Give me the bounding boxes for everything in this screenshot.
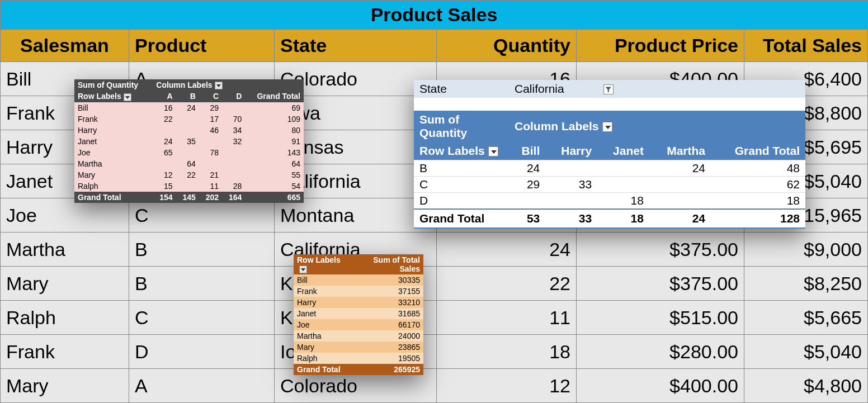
cell-product[interactable]: A	[129, 369, 275, 403]
cell-product[interactable]: B	[129, 267, 275, 301]
pivot-row[interactable]: Martha24000	[294, 330, 423, 342]
table-row[interactable]: MarthaBCalifornia24$375.00$9,000	[1, 233, 868, 267]
cell-price[interactable]: $375.00	[577, 233, 744, 267]
dropdown-icon[interactable]	[488, 146, 498, 157]
cell-salesman[interactable]: Mary	[1, 267, 129, 301]
table-row[interactable]: RalphCKansas11$515.00$5,665	[1, 301, 868, 335]
cell-price[interactable]: $400.00	[577, 369, 744, 403]
pivot-row-name: Harry	[294, 297, 351, 308]
cell-product[interactable]: C	[129, 198, 275, 233]
cell-quantity[interactable]: 11	[437, 301, 577, 335]
col-total[interactable]: Total Sales	[744, 30, 868, 62]
pivot-row[interactable]: Harry463480	[74, 125, 304, 136]
filter-icon[interactable]	[603, 84, 614, 94]
pivot1-col-a[interactable]: A	[153, 91, 176, 102]
cell-total[interactable]: $5,665	[744, 301, 868, 335]
cell-total[interactable]: $5,040	[744, 335, 868, 369]
pivot-cell: 34	[222, 125, 245, 136]
cell-total[interactable]: $8,250	[744, 267, 868, 301]
dropdown-icon[interactable]	[299, 265, 307, 273]
pivot-row[interactable]: Janet24353291	[74, 136, 304, 147]
cell-salesman[interactable]: Martha	[1, 233, 129, 267]
pivot-row-total: 66170	[351, 319, 423, 330]
col-quantity[interactable]: Quantity	[437, 30, 577, 62]
table-row[interactable]: MaryAColorado12$400.00$4,800	[1, 369, 868, 403]
pivot-cell	[199, 158, 222, 169]
pivot-row[interactable]: D1818	[414, 193, 805, 210]
cell-salesman[interactable]: Joe	[1, 198, 129, 233]
pivot2-tot-3: 24	[649, 209, 711, 228]
pivot-row[interactable]: Bill16242969	[74, 102, 304, 113]
pivot1-col-c[interactable]: C	[199, 91, 222, 102]
dropdown-icon[interactable]	[602, 122, 612, 132]
pivot1-grand-col[interactable]: Grand Total	[245, 91, 304, 102]
cell-state[interactable]: Montana	[275, 198, 437, 233]
pivot-cell	[176, 147, 199, 158]
pivot-cell: 46	[199, 125, 222, 136]
pivot-row[interactable]: B242448	[414, 160, 805, 177]
pivot2-col-bill[interactable]: Bill	[509, 142, 545, 160]
table-row[interactable]: FrankDIowa18$280.00$5,040	[1, 335, 868, 369]
cell-quantity[interactable]: 24	[437, 233, 577, 267]
pivot-cell	[597, 177, 649, 193]
pivot2-col-harry[interactable]: Harry	[545, 142, 597, 160]
pivot2-grand-col[interactable]: Grand Total	[711, 142, 805, 160]
cell-total[interactable]: $9,000	[744, 233, 868, 267]
table-row[interactable]: MaryBKansas22$375.00$8,250	[1, 267, 868, 301]
cell-salesman[interactable]: Mary	[1, 369, 129, 403]
pivot-row[interactable]: Harry33210	[294, 297, 423, 308]
cell-quantity[interactable]: 18	[437, 335, 577, 369]
dropdown-icon[interactable]	[215, 82, 223, 89]
pivot-cell	[222, 102, 245, 113]
cell-quantity[interactable]: 12	[437, 369, 577, 403]
pivot1-tot-d: 164	[222, 192, 245, 203]
cell-price[interactable]: $515.00	[577, 301, 744, 335]
col-state[interactable]: State	[275, 30, 437, 62]
pivot-total-sales[interactable]: Row Labels Sum of Total Sales Bill30335F…	[294, 254, 423, 375]
cell-total[interactable]: $4,800	[744, 369, 868, 403]
pivot-quantity-california[interactable]: State California Sum of Quantity Column …	[414, 80, 805, 229]
pivot2-tot-0: 53	[509, 209, 545, 228]
pivot-row-name: Joe	[74, 147, 153, 158]
pivot2-filter-value: California	[515, 82, 564, 95]
pivot-row-total: 62	[711, 177, 805, 193]
col-salesman[interactable]: Salesman	[1, 30, 129, 62]
pivot-row[interactable]: Frank221770109	[74, 113, 304, 125]
pivot-quantity-by-product[interactable]: Sum of Quantity Column Labels Row Labels…	[74, 79, 304, 203]
pivot2-col-martha[interactable]: Martha	[649, 142, 711, 160]
cell-price[interactable]: $375.00	[577, 267, 744, 301]
col-price[interactable]: Product Price	[577, 30, 744, 62]
pivot-row-name: Frank	[294, 286, 351, 297]
pivot-row[interactable]: C293362	[414, 177, 805, 193]
pivot-row[interactable]: Ralph19505	[294, 353, 423, 364]
pivot2-filter-field[interactable]: State	[414, 80, 509, 98]
pivot-row[interactable]: Martha6464	[74, 158, 304, 169]
pivot-cell: 16	[153, 102, 176, 113]
pivot-row-total: 80	[245, 125, 304, 136]
pivot-row[interactable]: Joe66170	[294, 319, 423, 330]
cell-product[interactable]: C	[129, 301, 275, 335]
pivot-cell: 22	[153, 113, 176, 125]
pivot-row[interactable]: Mary12222155	[74, 169, 304, 181]
pivot-row[interactable]: Mary23865	[294, 342, 423, 353]
cell-salesman[interactable]: Ralph	[1, 301, 129, 335]
pivot-row[interactable]: Bill30335	[294, 274, 423, 286]
pivot-row[interactable]: Joe6578143	[74, 147, 304, 158]
cell-product[interactable]: D	[129, 335, 275, 369]
pivot1-col-d[interactable]: D	[222, 91, 245, 102]
col-product[interactable]: Product	[129, 30, 275, 62]
cell-price[interactable]: $280.00	[577, 335, 744, 369]
cell-salesman[interactable]: Frank	[1, 335, 129, 369]
pivot-row[interactable]: Frank37155	[294, 286, 423, 297]
pivot3-row-label: Row Labels	[297, 255, 341, 264]
pivot-cell: 11	[199, 181, 222, 192]
cell-quantity[interactable]: 22	[437, 267, 577, 301]
pivot2-col-janet[interactable]: Janet	[597, 142, 649, 160]
pivot-row-total: 18	[711, 193, 805, 210]
pivot-row-total: 143	[245, 147, 304, 158]
dropdown-icon[interactable]	[124, 93, 131, 101]
pivot-row[interactable]: Janet31685	[294, 308, 423, 319]
cell-product[interactable]: B	[129, 233, 275, 267]
pivot-row[interactable]: Ralph15112854	[74, 181, 304, 192]
pivot1-col-b[interactable]: B	[176, 91, 199, 102]
